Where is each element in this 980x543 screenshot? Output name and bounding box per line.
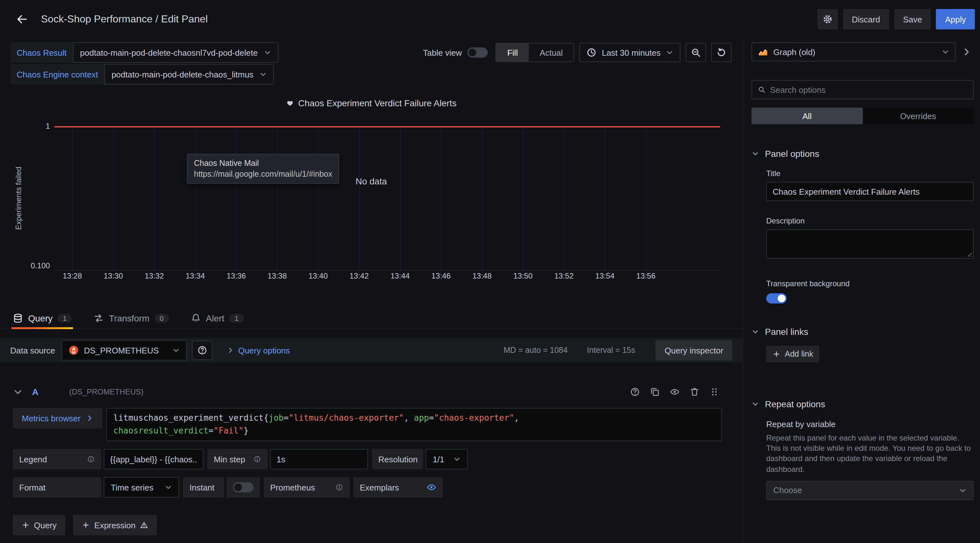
datasource-help-button[interactable] xyxy=(192,341,213,360)
help-circle-icon[interactable] xyxy=(630,387,640,397)
drag-handle-grip-icon[interactable] xyxy=(709,387,719,397)
discard-button[interactable]: Discard xyxy=(843,9,889,29)
plus-icon xyxy=(82,521,90,529)
x-tick-label: 13:36 xyxy=(227,272,246,280)
data-link-tooltip[interactable]: Chaos Native Mail https://mail.google.co… xyxy=(187,154,339,184)
add-query-button[interactable]: Query xyxy=(13,515,65,535)
gridline xyxy=(605,126,606,270)
add-link-label: Add link xyxy=(785,350,813,358)
visualization-picker[interactable]: Graph (old) xyxy=(751,42,956,62)
time-range-picker[interactable]: Last 30 minutes xyxy=(579,43,681,62)
apply-button[interactable]: Apply xyxy=(936,9,975,29)
alert-heart-icon xyxy=(286,99,294,107)
resolution-select[interactable]: 1/1 xyxy=(426,449,468,469)
query-inspector-button[interactable]: Query inspector xyxy=(655,340,732,360)
query-datasource-hint: (DS_PROMETHEUS) xyxy=(69,387,143,397)
panel-description-input[interactable] xyxy=(766,229,974,259)
fill-option[interactable]: Fill xyxy=(496,43,529,62)
table-view-toggle[interactable] xyxy=(468,48,488,57)
gridline xyxy=(318,126,319,270)
add-link-button[interactable]: Add link xyxy=(766,346,820,362)
options-search-input[interactable] xyxy=(770,85,967,94)
query-row-header: A (DS_PROMETHEUS) xyxy=(13,383,719,401)
y-tick-label: 1 xyxy=(0,122,50,131)
info-circle-icon xyxy=(253,455,261,463)
prometheus-field-label: Prometheus xyxy=(264,477,350,498)
field-label-text: Format xyxy=(19,482,45,492)
prometheus-icon xyxy=(68,345,79,355)
min-step-input[interactable] xyxy=(270,449,368,469)
tab-alert[interactable]: Alert 1 xyxy=(189,307,245,328)
promql-token: "litmus/chaos-exporter" xyxy=(289,413,404,423)
tab-query[interactable]: Query 1 xyxy=(11,307,73,328)
instant-toggle-box xyxy=(227,477,260,498)
plus-icon xyxy=(773,350,780,358)
exemplars-field: Exemplars xyxy=(353,477,443,498)
warning-triangle-icon xyxy=(140,521,148,529)
panel-settings-button[interactable] xyxy=(818,9,838,29)
resolution-field-label: Resolution xyxy=(372,449,423,469)
table-view-label: Table view xyxy=(423,48,462,57)
tab-transform[interactable]: Transform 0 xyxy=(92,307,170,328)
chevron-down-icon xyxy=(942,48,949,56)
min-step-field-label: Min step xyxy=(207,449,267,469)
tab-label: Transform xyxy=(109,313,150,323)
field-label-text: Legend xyxy=(19,454,47,464)
format-select[interactable]: Time series xyxy=(104,477,179,498)
repeat-variable-select[interactable]: Choose xyxy=(766,481,974,500)
plot-area[interactable]: Chaos Native Mail https://mail.google.co… xyxy=(54,126,720,271)
variable-value-dropdown[interactable]: podtato-main-pod-delete-chaos_litmus xyxy=(104,64,274,84)
options-tab-overrides[interactable]: Overrides xyxy=(862,108,974,124)
collapse-options-pane-icon[interactable] xyxy=(959,42,974,62)
tab-label: Alert xyxy=(206,313,224,323)
actual-option[interactable]: Actual xyxy=(529,43,574,62)
promql-token: = xyxy=(283,413,289,423)
no-data-text: No data xyxy=(356,176,387,186)
instant-field-label: Instant xyxy=(183,477,224,498)
datasource-picker[interactable]: DS_PROMETHEUS xyxy=(62,340,187,360)
variable-value-dropdown[interactable]: podtato-main-pod-delete-chaosnl7vd-pod-d… xyxy=(73,42,278,63)
panel-title-input[interactable] xyxy=(766,182,974,201)
promql-expression[interactable]: litmuschaos_experiment_verdict{job="litm… xyxy=(106,408,722,441)
promql-token: } xyxy=(243,426,249,435)
instant-toggle[interactable] xyxy=(233,482,253,492)
query-options-toggle[interactable]: Query options xyxy=(227,346,290,355)
repeat-help-text: Repeat this panel for each value in the … xyxy=(766,433,974,475)
collapse-query-icon[interactable] xyxy=(13,387,23,397)
transform-arrows-icon xyxy=(94,313,104,323)
search-icon xyxy=(758,86,765,94)
zoom-out-button[interactable] xyxy=(686,43,706,62)
refresh-button[interactable] xyxy=(711,43,732,62)
x-tick-label: 13:54 xyxy=(595,272,614,280)
promql-token: , xyxy=(404,413,414,423)
options-tab-all[interactable]: All xyxy=(751,108,862,124)
legend-input[interactable] xyxy=(104,449,204,469)
hide-query-eye-icon[interactable] xyxy=(670,387,680,397)
transparent-background-label: Transparent background xyxy=(766,279,974,288)
legend-field-label: Legend xyxy=(13,449,101,469)
resolution-value: 1/1 xyxy=(433,454,444,464)
query-options-label: Query options xyxy=(238,346,290,355)
duplicate-query-icon[interactable] xyxy=(650,387,660,397)
tooltip-url[interactable]: https://mail.google.com/mail/u/1/#inbox xyxy=(194,170,332,178)
transparent-background-toggle[interactable] xyxy=(766,293,787,304)
tooltip-title: Chaos Native Mail xyxy=(194,159,332,168)
clock-icon xyxy=(586,48,597,57)
promql-token: = xyxy=(429,413,434,423)
database-icon xyxy=(13,313,23,323)
metrics-browser-label: Metrics browser xyxy=(22,413,81,423)
exemplars-eye-icon[interactable] xyxy=(426,482,437,492)
section-panel-options[interactable]: Panel options xyxy=(751,148,974,159)
delete-query-trash-icon[interactable] xyxy=(689,387,700,397)
top-bar-actions: Discard Save Apply xyxy=(818,9,975,29)
interval-text: Interval = 15s xyxy=(587,346,635,355)
back-arrow-icon[interactable] xyxy=(15,13,28,25)
metrics-browser-button[interactable]: Metrics browser xyxy=(13,408,102,428)
panel-header[interactable]: Chaos Experiment Verdict Failure Alerts xyxy=(0,96,743,110)
section-panel-links[interactable]: Panel links xyxy=(751,326,974,337)
add-expression-button[interactable]: Expression xyxy=(73,515,157,535)
save-button[interactable]: Save xyxy=(894,9,931,29)
panel-title: Chaos Experiment Verdict Failure Alerts xyxy=(298,98,457,108)
tab-label: Query xyxy=(28,313,52,323)
section-repeat-options[interactable]: Repeat options xyxy=(751,399,974,409)
